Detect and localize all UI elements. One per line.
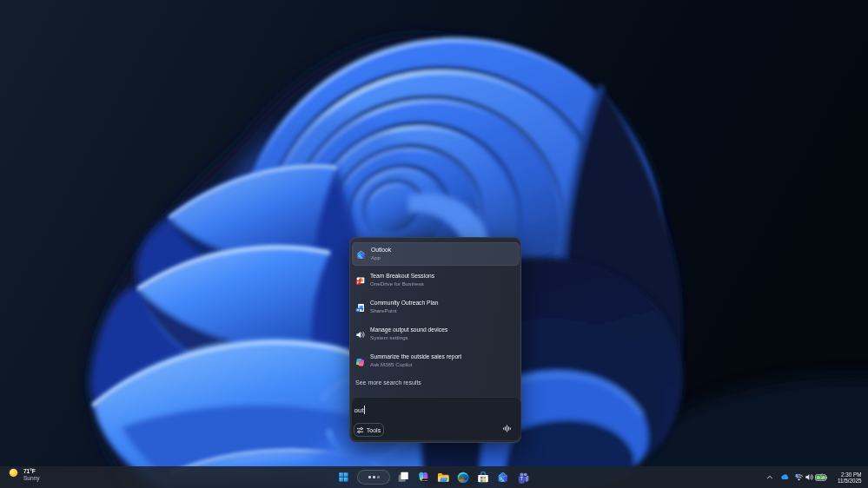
svg-text:0: 0 (796, 474, 798, 478)
svg-text:M365: M365 (422, 479, 428, 482)
svg-text:T: T (520, 475, 522, 480)
svg-text:P: P (356, 280, 359, 284)
